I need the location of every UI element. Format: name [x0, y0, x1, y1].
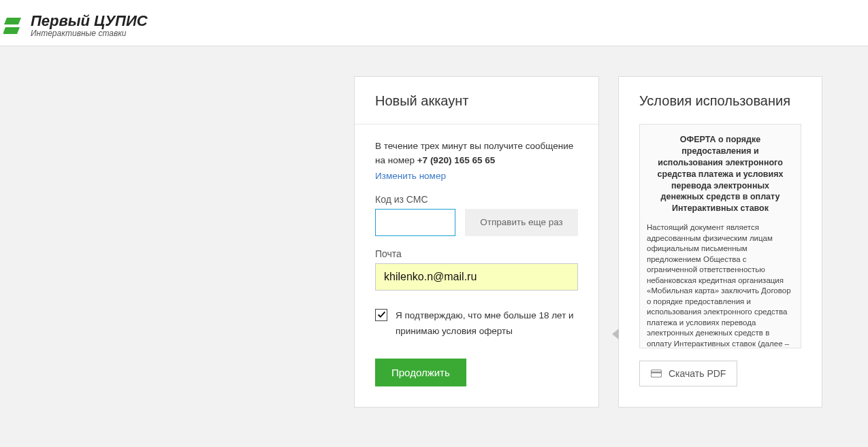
sms-code-input[interactable] — [375, 209, 455, 236]
email-input[interactable] — [375, 263, 578, 291]
sms-info-text: В течение трех минут вы получите сообщен… — [375, 139, 578, 168]
card-title: Новый аккаунт — [375, 93, 578, 109]
brand-title: Первый ЦУПИС — [31, 12, 148, 29]
sms-label: Код из СМС — [375, 194, 578, 205]
pointer-arrow-icon — [612, 329, 619, 340]
brand-subtitle: Интерактивные ставки — [31, 29, 148, 39]
svg-rect-2 — [651, 370, 661, 377]
brand-logo[interactable]: Первый ЦУПИС Интерактивные ставки — [3, 12, 148, 39]
resend-button[interactable]: Отправить еще раз — [465, 209, 578, 236]
offer-body: Настоящий документ является адресованным… — [647, 222, 794, 348]
phone-number: +7 (920) 165 65 65 — [417, 155, 495, 165]
checkmark-icon — [377, 310, 386, 319]
svg-marker-1 — [3, 27, 20, 34]
email-label: Почта — [375, 248, 578, 259]
divider — [355, 124, 598, 125]
svg-marker-0 — [4, 18, 21, 24]
svg-rect-3 — [651, 371, 661, 373]
card-icon — [651, 369, 662, 378]
terms-card: Условия использования ОФЕРТА о порядке п… — [618, 76, 822, 408]
new-account-card: Новый аккаунт В течение трех минут вы по… — [354, 76, 599, 408]
age-confirm-label: Я подтверждаю, что мне больше 18 лет и п… — [396, 308, 578, 340]
download-pdf-label: Скачать PDF — [669, 368, 726, 379]
terms-scroll-area[interactable]: ОФЕРТА о порядке предоставления и исполь… — [639, 124, 801, 348]
continue-button[interactable]: Продолжить — [375, 359, 466, 386]
offer-heading: ОФЕРТА о порядке предоставления и исполь… — [649, 134, 791, 214]
download-pdf-button[interactable]: Скачать PDF — [639, 361, 737, 386]
terms-title: Условия использования — [639, 93, 801, 109]
brand-icon — [3, 15, 25, 37]
change-number-link[interactable]: Изменить номер — [375, 171, 446, 181]
age-confirm-checkbox[interactable] — [375, 309, 387, 321]
page-header: Первый ЦУПИС Интерактивные ставки — [0, 0, 868, 46]
